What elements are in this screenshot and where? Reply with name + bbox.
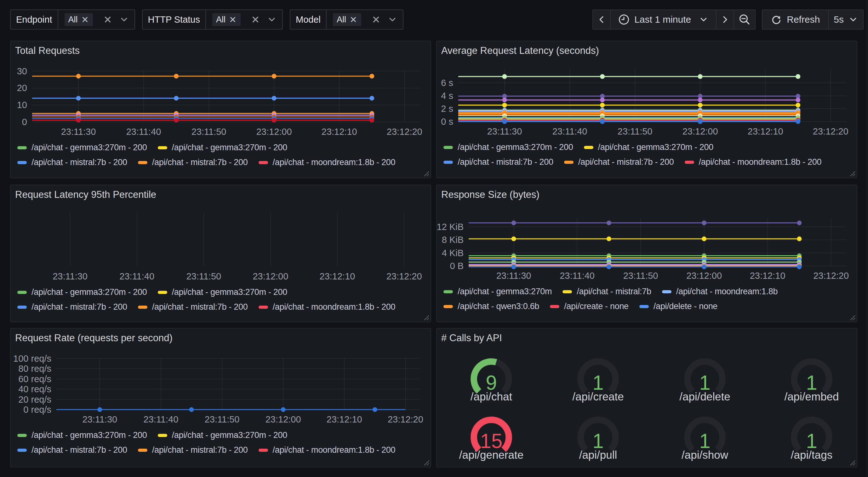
svg-text:23:11:50: 23:11:50 [618, 126, 653, 137]
svg-text:23:11:40: 23:11:40 [552, 126, 587, 137]
legend-item[interactable]: /api/chat - mistral:7b - 200 [17, 445, 127, 455]
legend-item[interactable]: /api/chat - moondream:1.8b - 200 [258, 302, 396, 312]
legend-series-color [258, 161, 268, 164]
legend-series-label: /api/chat - gemma3:270m - 200 [458, 142, 573, 152]
legend-series-label: /api/create - none [564, 301, 629, 311]
legend-item[interactable]: /api/chat - gemma3:270m - 200 [443, 142, 573, 152]
close-icon [349, 16, 358, 24]
svg-text:23:11:40: 23:11:40 [119, 271, 154, 281]
legend-series-label: /api/chat - mistral:7b - 200 [458, 157, 553, 167]
close-icon [229, 16, 237, 24]
zoom-out-button[interactable] [734, 9, 755, 30]
svg-text:23:12:20: 23:12:20 [388, 414, 423, 424]
dashboard-toolbar: EndpointAllHTTP StatusAllModelAll Last 1… [0, 0, 868, 35]
legend-item[interactable]: /api/chat - moondream:1.8b - 200 [258, 445, 396, 455]
gauge-label: /api/chat [438, 390, 545, 403]
panel-legend: /api/chat - gemma3:270m /api/chat - mist… [443, 284, 778, 314]
grafana-dashboard: EndpointAllHTTP StatusAllModelAll Last 1… [0, 0, 868, 477]
legend-item[interactable]: /api/chat - gemma3:270m - 200 [17, 143, 147, 152]
legend-series-label: /api/delete - none [653, 301, 717, 311]
legend-series-color [564, 161, 574, 164]
legend-item[interactable]: /api/chat - gemma3:270m - 200 [158, 430, 287, 440]
svg-text:80 req/s: 80 req/s [18, 364, 51, 374]
panel-calls-by-api: # Calls by API911115111/api/chat/api/cre… [436, 328, 857, 468]
panel-resize-handle[interactable] [848, 314, 856, 320]
legend-item[interactable]: /api/chat - mistral:7b - 200 [138, 302, 248, 312]
legend-item[interactable]: /api/chat - qwen3:0.6b [443, 301, 539, 311]
legend-series-color [639, 305, 649, 308]
legend-item[interactable]: /api/chat - mistral:7b [562, 287, 651, 296]
legend-item[interactable]: /api/chat - mistral:7b - 200 [564, 157, 674, 167]
variable-label: HTTP Status [143, 10, 206, 29]
legend-item[interactable]: /api/chat - moondream:1.8b - 200 [685, 157, 822, 167]
close-icon [251, 15, 260, 24]
legend-series-label: /api/chat - mistral:7b - 200 [31, 445, 127, 455]
open-dropdown-icon[interactable] [267, 16, 277, 23]
legend-item[interactable]: /api/chat - gemma3:270m - 200 [158, 143, 287, 152]
selected-value-text: All [337, 15, 346, 25]
legend-series-color [443, 305, 453, 308]
legend-item[interactable]: /api/chat - gemma3:270m - 200 [17, 430, 147, 440]
time-shift-forward-button[interactable] [716, 9, 734, 30]
svg-text:0 req/s: 0 req/s [23, 405, 51, 415]
legend-item[interactable]: /api/chat - moondream:1.8b - 200 [258, 157, 396, 167]
clear-selection-icon[interactable] [371, 15, 381, 24]
panel-legend: /api/chat - gemma3:270m - 200 /api/chat … [17, 428, 395, 457]
panel-avg-latency: Average Request Latency (seconds)0 s2 s4… [436, 41, 857, 178]
time-shift-back-button[interactable] [592, 9, 611, 30]
svg-text:23:12:10: 23:12:10 [320, 271, 355, 281]
refresh-icon [771, 14, 782, 25]
svg-text:23:11:30: 23:11:30 [61, 127, 96, 137]
panel-response-size: Response Size (bytes)0 B4 KiB8 KiB12 KiB… [436, 185, 857, 322]
clear-selection-icon[interactable] [251, 15, 260, 24]
svg-text:23:12:00: 23:12:00 [253, 271, 288, 281]
close-icon [81, 16, 89, 24]
svg-text:23:12:00: 23:12:00 [256, 127, 292, 137]
panel-resize-handle[interactable] [422, 459, 429, 466]
variable-value-box[interactable]: All [206, 10, 282, 29]
legend-item[interactable]: /api/chat - gemma3:270m - 200 [584, 142, 714, 152]
selected-value-pill[interactable]: All [65, 13, 93, 26]
open-dropdown-icon[interactable] [388, 16, 397, 23]
svg-text:23:11:30: 23:11:30 [53, 271, 88, 281]
legend-item[interactable]: /api/chat - mistral:7b - 200 [17, 302, 127, 312]
legend-series-label: /api/chat - mistral:7b - 200 [152, 157, 248, 167]
legend-item[interactable]: /api/chat - mistral:7b - 200 [138, 157, 248, 167]
legend-item[interactable]: /api/chat - gemma3:270m [443, 287, 552, 296]
selected-value-pill[interactable]: All [212, 13, 241, 26]
legend-item[interactable]: /api/chat - moondream:1.8b [662, 287, 778, 296]
svg-text:4 KiB: 4 KiB [442, 248, 464, 258]
svg-text:23:11:50: 23:11:50 [623, 271, 658, 281]
selected-value-pill[interactable]: All [333, 13, 361, 26]
legend-item[interactable]: /api/create - none [550, 301, 629, 311]
clock-icon [618, 14, 629, 25]
legend-series-color [685, 161, 694, 164]
gauge-label: /api/delete [651, 390, 758, 403]
variable-value-box[interactable]: All [58, 10, 134, 29]
legend-item[interactable]: /api/delete - none [639, 301, 717, 311]
clear-selection-icon[interactable] [103, 15, 113, 24]
legend-item[interactable]: /api/chat - mistral:7b - 200 [17, 157, 127, 167]
legend-item[interactable]: /api/chat - gemma3:270m - 200 [17, 287, 147, 297]
legend-row: /api/chat - mistral:7b - 200 /api/chat -… [17, 443, 395, 457]
legend-series-color [158, 146, 167, 149]
refresh-interval-button[interactable]: 5s [829, 9, 864, 30]
legend-series-color [17, 434, 27, 437]
panel-resize-handle[interactable] [422, 170, 429, 176]
legend-series-label: /api/chat - gemma3:270m - 200 [598, 142, 714, 152]
legend-item[interactable]: /api/chat - mistral:7b - 200 [138, 445, 248, 455]
panel-resize-handle[interactable] [422, 314, 429, 320]
variable-value-box[interactable]: All [327, 10, 403, 29]
open-dropdown-icon[interactable] [119, 16, 129, 23]
legend-series-color [550, 305, 559, 308]
panel-resize-handle[interactable] [848, 459, 856, 466]
legend-item[interactable]: /api/chat - gemma3:270m - 200 [158, 287, 287, 297]
refresh-button[interactable]: Refresh [762, 9, 829, 30]
svg-text:23:12:20: 23:12:20 [813, 126, 848, 137]
legend-item[interactable]: /api/chat - mistral:7b - 200 [443, 157, 553, 167]
legend-row: /api/chat - mistral:7b - 200 /api/chat -… [17, 300, 395, 315]
svg-text:23:12:20: 23:12:20 [813, 271, 849, 281]
svg-text:23:11:50: 23:11:50 [205, 414, 240, 424]
time-range-picker-button[interactable]: Last 1 minute [611, 9, 716, 30]
panel-resize-handle[interactable] [848, 170, 856, 176]
